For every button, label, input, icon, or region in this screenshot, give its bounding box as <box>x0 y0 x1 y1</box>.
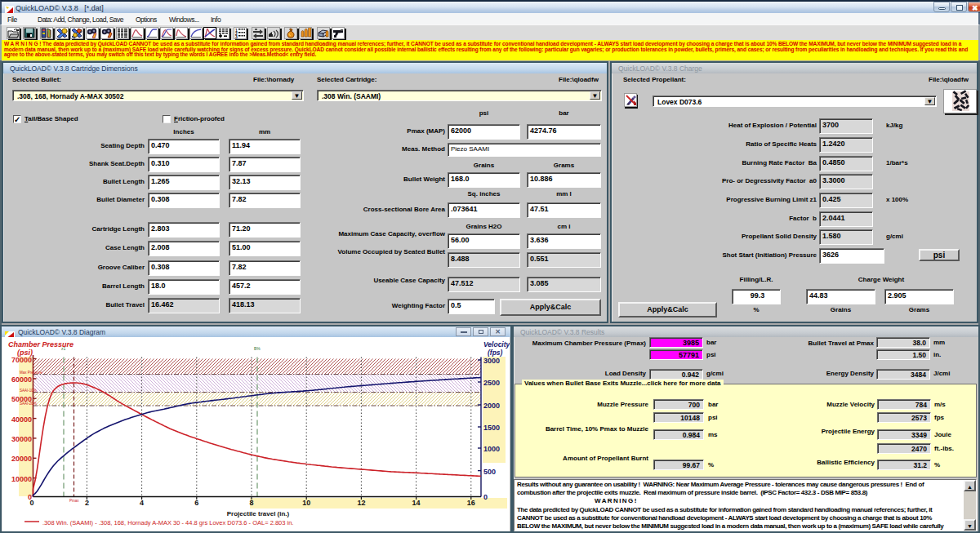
svg-text:16: 16 <box>467 499 475 507</box>
svg-text:2500: 2500 <box>483 379 500 387</box>
svg-text:Max Pressure: Max Pressure <box>20 371 42 375</box>
svg-text:60000: 60000 <box>11 375 32 384</box>
svg-text:40000: 40000 <box>11 415 32 424</box>
svg-text:4: 4 <box>140 499 144 507</box>
svg-text:0: 0 <box>483 493 488 501</box>
svg-text:10: 10 <box>302 499 310 507</box>
svg-text:2: 2 <box>85 499 89 507</box>
svg-text:500: 500 <box>483 468 496 476</box>
svg-text:70000: 70000 <box>11 356 32 364</box>
svg-text:z1: z1 <box>61 346 66 351</box>
svg-text:.308 Win. (SAAMI) - .308, 168,: .308 Win. (SAAMI) - .308, 168, Hornady A… <box>42 519 293 526</box>
svg-text:1000: 1000 <box>483 445 500 453</box>
svg-text:6: 6 <box>194 499 198 507</box>
svg-text:20000: 20000 <box>11 455 32 463</box>
svg-text:3000: 3000 <box>483 357 500 365</box>
svg-text:30000: 30000 <box>11 435 32 443</box>
svg-text:1500: 1500 <box>483 424 500 432</box>
svg-text:B%: B% <box>254 346 261 351</box>
svg-text:8: 8 <box>249 499 253 507</box>
svg-text:0: 0 <box>29 499 33 507</box>
svg-text:10000: 10000 <box>11 475 32 483</box>
svg-text:3: 3 <box>235 34 238 38</box>
svg-text:2000: 2000 <box>483 402 500 410</box>
svg-text:(psi): (psi) <box>17 349 33 357</box>
svg-text:12: 12 <box>357 499 365 507</box>
svg-text:SAAI-10%: SAAI-10% <box>20 389 37 393</box>
svg-text:14: 14 <box>412 499 421 507</box>
svg-text:Pmax: Pmax <box>69 499 79 503</box>
svg-text:Velocity: Velocity <box>483 340 510 349</box>
svg-text:SAAI-20%: SAAI-20% <box>20 402 37 406</box>
svg-text:Projectile travel (in.): Projectile travel (in.) <box>227 510 290 517</box>
svg-text:(fps): (fps) <box>488 349 503 357</box>
